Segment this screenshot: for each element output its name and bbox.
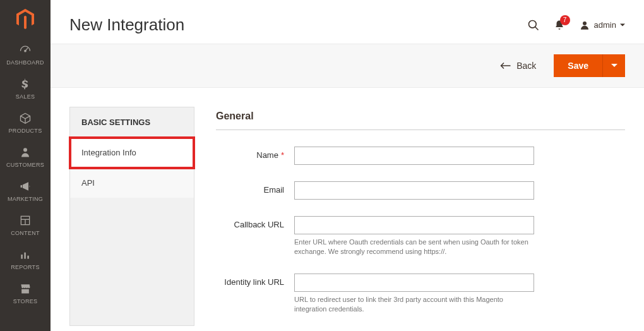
tab-integration-info[interactable]: Integration Info: [70, 138, 194, 168]
page-header: New Integration 7 admin: [51, 0, 644, 44]
save-button-group: Save: [554, 54, 625, 77]
save-button[interactable]: Save: [554, 54, 602, 77]
svg-rect-3: [21, 255, 23, 259]
field-row-identity-link-url: Identity link URL URL to redirect user t…: [216, 268, 625, 326]
input-identity-link-url[interactable]: [294, 274, 534, 292]
svg-rect-5: [27, 256, 29, 259]
help-callback-url: Enter URL where Oauth credentials can be…: [294, 238, 534, 257]
person-icon: [20, 145, 31, 159]
box-icon: [19, 111, 32, 125]
svg-point-7: [583, 21, 587, 25]
notification-badge: 7: [560, 15, 570, 25]
svg-point-1: [23, 148, 27, 152]
nav-reports[interactable]: REPORTS: [0, 241, 51, 275]
nav-dashboard[interactable]: DASHBOARD: [0, 37, 51, 71]
required-mark: *: [281, 150, 284, 160]
settings-tabs-panel: BASIC SETTINGS Integration Info API: [69, 107, 194, 326]
help-identity-link-url: URL to redirect user to link their 3rd p…: [294, 295, 534, 315]
label-identity-link-url: Identity link URL: [216, 274, 294, 287]
tabs-panel-title: BASIC SETTINGS: [70, 107, 194, 138]
layout-icon: [19, 214, 32, 227]
svg-point-6: [528, 20, 536, 28]
nav-customers[interactable]: CUSTOMERS: [0, 139, 51, 173]
form-area: General Name* Email Callback: [216, 107, 625, 326]
label-email: Email: [216, 181, 294, 195]
nav-stores[interactable]: STORES: [0, 275, 51, 310]
field-row-callback-url: Callback URL Enter URL where Oauth crede…: [216, 211, 625, 268]
input-name[interactable]: [294, 147, 534, 165]
main-content: New Integration 7 admin Back: [51, 0, 644, 331]
bar-chart-icon: [19, 248, 32, 262]
chevron-down-icon: [611, 63, 617, 69]
admin-sidebar: DASHBOARD SALES PRODUCTS CUSTOMERS MARKE: [0, 0, 51, 331]
label-callback-url: Callback URL: [216, 216, 294, 229]
svg-rect-4: [24, 253, 26, 259]
user-icon: [579, 20, 590, 31]
admin-username: admin: [594, 20, 616, 30]
admin-account-dropdown[interactable]: admin: [579, 20, 625, 31]
nav-content[interactable]: CONTENT: [0, 207, 51, 241]
action-toolbar: Back Save: [51, 44, 644, 88]
magento-logo[interactable]: [13, 6, 38, 32]
nav-sales[interactable]: SALES: [0, 71, 51, 105]
svg-point-0: [25, 51, 26, 52]
dollar-icon: [19, 77, 32, 91]
section-title-general: General: [216, 111, 625, 130]
back-button[interactable]: Back: [494, 57, 542, 75]
input-email[interactable]: [294, 181, 534, 200]
nav-marketing[interactable]: MARKETING: [0, 173, 51, 207]
chevron-down-icon: [620, 23, 625, 28]
megaphone-icon: [19, 179, 32, 193]
input-callback-url[interactable]: [294, 216, 534, 234]
nav-products[interactable]: PRODUCTS: [0, 105, 51, 139]
page-title: New Integration: [69, 15, 184, 35]
store-icon: [19, 282, 32, 296]
search-icon[interactable]: [527, 19, 540, 32]
notifications-icon[interactable]: 7: [554, 20, 565, 31]
tab-api[interactable]: API: [70, 168, 194, 198]
label-name: Name*: [216, 147, 294, 160]
field-row-name: Name*: [216, 141, 625, 176]
gauge-icon: [19, 43, 32, 57]
save-dropdown-toggle[interactable]: [602, 54, 625, 77]
field-row-email: Email: [216, 176, 625, 211]
arrow-left-icon: [500, 61, 511, 70]
